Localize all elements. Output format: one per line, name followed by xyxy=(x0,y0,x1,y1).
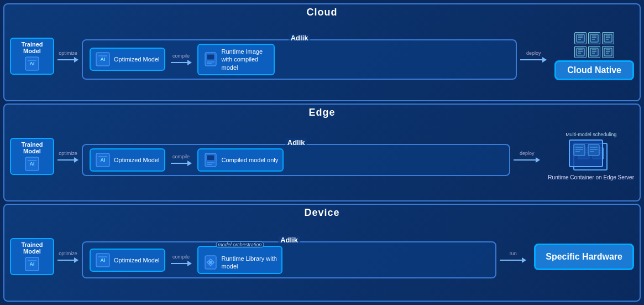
edge-deploy-label: deploy xyxy=(520,151,535,156)
device-adlik-box: Adlik AI Optimized Model compile xyxy=(82,241,496,279)
edge-optimize-label: optimize xyxy=(59,151,77,156)
cloud-row-content: TrainedModel AI optimize Adlik xyxy=(10,32,634,80)
device-compile-label: compile xyxy=(172,254,190,260)
device-title: Device xyxy=(304,207,339,219)
cn-cell-1 xyxy=(574,32,587,44)
device-section: Device TrainedModel AI optimize Adlik xyxy=(3,204,641,302)
cn-cell-6 xyxy=(602,46,614,58)
cloud-adlik-box: Adlik AI Optimized Model compile xyxy=(82,39,517,80)
edge-section: Edge TrainedModel AI optimize Adlik xyxy=(3,104,641,201)
edge-optimize-arrow: optimize xyxy=(57,151,78,163)
edge-trained-model: TrainedModel AI xyxy=(10,138,54,175)
svg-text:AI: AI xyxy=(101,257,106,263)
svg-rect-10 xyxy=(577,34,584,42)
cloud-trained-model: TrainedModel AI xyxy=(10,38,54,75)
edge-output-label: Runtime Container on Edge Server xyxy=(548,174,634,181)
device-run-arrow: run xyxy=(500,251,526,263)
specific-hardware-box: Specific Hardware xyxy=(534,244,634,270)
svg-rect-7 xyxy=(207,54,214,60)
cloud-native-section: Cloud Native xyxy=(554,32,634,80)
edge-title: Edge xyxy=(308,107,335,118)
cloud-adlik-title: Adlik xyxy=(289,34,311,42)
cloud-deploy-label: deploy xyxy=(526,50,541,56)
svg-text:AI: AI xyxy=(30,161,35,167)
cloud-optimize-arrow: optimize xyxy=(57,50,78,63)
cloud-deploy-arrow: deploy xyxy=(520,50,547,63)
device-trained-model-icon: AI xyxy=(24,256,40,272)
device-optimized-label: Optimized Model xyxy=(114,257,160,263)
cloud-optimized-label: Optimized Model xyxy=(114,56,160,63)
cloud-native-box: Cloud Native xyxy=(554,60,634,80)
device-run-label: run xyxy=(510,251,517,256)
edge-adlik-box: Adlik AI Optimized Model compile xyxy=(82,144,510,176)
cloud-title: Cloud xyxy=(307,7,338,18)
svg-text:AI: AI xyxy=(101,157,106,163)
device-adlik-title: Adlik xyxy=(278,236,300,244)
edge-optimized-label: Optimized Model xyxy=(114,157,160,163)
cloud-runtime-label: Runtime Imagewith compiledmodel xyxy=(222,48,263,71)
edge-runtime-icon xyxy=(203,152,218,168)
cn-cell-4 xyxy=(574,46,587,58)
edge-compile-label: compile xyxy=(172,154,190,159)
cn-cell-3 xyxy=(602,32,614,44)
svg-rect-14 xyxy=(590,34,598,42)
svg-text:AI: AI xyxy=(30,61,35,66)
svg-rect-30 xyxy=(604,48,612,56)
cn-cell-5 xyxy=(588,46,600,58)
cloud-compile-label: compile xyxy=(172,53,190,59)
edge-optimized-model: AI Optimized Model xyxy=(90,148,165,172)
svg-rect-22 xyxy=(577,48,584,56)
svg-rect-26 xyxy=(590,48,598,56)
svg-rect-56 xyxy=(588,144,599,156)
edge-trained-model-label: TrainedModel xyxy=(21,141,43,154)
main-diagram: Cloud TrainedModel AI optimize Adlik xyxy=(0,0,644,305)
edge-row-content: TrainedModel AI optimize Adlik xyxy=(10,132,634,181)
cloud-trained-model-label: TrainedModel xyxy=(21,41,43,54)
device-runtime-label: Runtime Library withmodel xyxy=(222,255,277,271)
edge-optimized-icon: AI xyxy=(95,152,111,168)
device-compile-arrow: compile xyxy=(171,254,192,266)
svg-rect-41 xyxy=(207,155,214,161)
cloud-compile-arrow: compile xyxy=(171,53,192,65)
device-optimize-arrow: optimize xyxy=(57,251,78,263)
cloud-optimized-model: AI Optimized Model xyxy=(90,48,165,71)
edge-trained-model-icon: AI xyxy=(24,156,40,172)
device-runtime-icon xyxy=(203,255,218,270)
edge-scheduling-label: Multi-model scheduling xyxy=(566,132,616,137)
orchestration-label: model orchestration xyxy=(216,241,264,248)
svg-text:AI: AI xyxy=(101,56,106,62)
edge-output-section: Multi-model scheduling xyxy=(548,132,634,181)
edge-runtime-label: Compiled model only xyxy=(222,157,279,163)
device-row-content: TrainedModel AI optimize Adlik xyxy=(10,235,634,279)
cloud-runtime-box: Runtime Imagewith compiledmodel xyxy=(197,44,275,75)
edge-runtime-box: Compiled model only xyxy=(197,148,284,172)
device-trained-model: TrainedModel AI xyxy=(10,238,54,275)
cloud-trained-model-icon: AI xyxy=(24,56,40,71)
cloud-optimize-label: optimize xyxy=(59,50,77,56)
edge-adlik-title: Adlik xyxy=(285,138,307,147)
device-optimized-model: AI Optimized Model xyxy=(90,249,165,272)
cloud-runtime-icon xyxy=(203,51,218,67)
device-trained-model-label: TrainedModel xyxy=(21,241,43,255)
specific-hardware-label: Specific Hardware xyxy=(546,252,622,261)
cloud-section: Cloud TrainedModel AI optimize Adlik xyxy=(3,3,641,101)
svg-rect-18 xyxy=(604,34,612,42)
device-runtime-box: model orchestration Runtime Library with… xyxy=(197,246,282,275)
device-optimized-icon: AI xyxy=(95,252,111,268)
cn-cell-2 xyxy=(588,32,600,44)
svg-rect-52 xyxy=(574,144,585,156)
edge-compile-arrow: compile xyxy=(171,154,192,166)
cloud-native-grid xyxy=(574,32,614,58)
device-optimize-label: optimize xyxy=(59,251,77,256)
specific-hardware-section: Specific Hardware xyxy=(534,244,634,270)
cloud-optimized-icon: AI xyxy=(95,51,111,67)
edge-deploy-arrow: deploy xyxy=(514,151,540,163)
svg-point-68 xyxy=(209,261,212,264)
svg-text:AI: AI xyxy=(30,261,35,267)
edge-server-icon xyxy=(569,139,613,173)
